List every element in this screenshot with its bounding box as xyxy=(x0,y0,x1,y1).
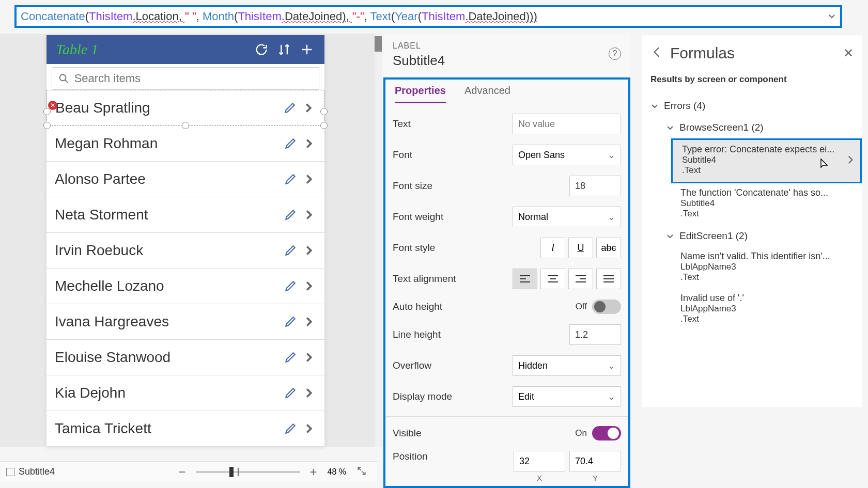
search-icon xyxy=(58,73,69,84)
tab-advanced[interactable]: Advanced xyxy=(464,80,510,103)
edit-icon[interactable] xyxy=(283,172,298,186)
underline-button[interactable]: U xyxy=(568,238,593,258)
add-icon[interactable] xyxy=(299,41,315,58)
prop-fontweight-select[interactable]: Normal⌄ xyxy=(513,207,621,227)
scroll-thumb[interactable] xyxy=(375,36,382,52)
gallery-item[interactable]: Alonso Partee xyxy=(47,162,324,197)
formula-text: Concatenate(ThisItem.Location, " ", Mont… xyxy=(21,10,537,23)
edit-icon[interactable] xyxy=(283,136,298,151)
item-name: Mechelle Lozano xyxy=(55,278,279,294)
prop-lineheight-label: Line height xyxy=(393,329,569,340)
help-icon[interactable]: ? xyxy=(609,48,621,60)
close-icon[interactable]: ✕ xyxy=(843,46,854,60)
chevron-right-icon[interactable] xyxy=(846,155,855,167)
chevron-right-icon[interactable] xyxy=(302,421,316,436)
align-buttons xyxy=(513,269,621,289)
prop-fontweight-label: Font weight xyxy=(393,211,513,223)
chevron-right-icon[interactable] xyxy=(302,279,316,293)
position-x-input[interactable] xyxy=(514,451,565,471)
prop-fontsize-input[interactable] xyxy=(569,176,621,196)
prop-visible-label: Visible xyxy=(393,428,575,439)
refresh-icon[interactable] xyxy=(253,41,270,58)
edit-icon[interactable] xyxy=(283,314,298,329)
prop-lineheight-input[interactable] xyxy=(569,324,621,345)
position-x-label: X xyxy=(514,471,565,482)
zoom-in-button[interactable]: + xyxy=(306,465,321,479)
item-name: Kia Dejohn xyxy=(55,385,279,401)
search-box[interactable] xyxy=(52,67,319,90)
chevron-right-icon[interactable] xyxy=(302,243,316,258)
canvas-scrollbar[interactable] xyxy=(375,34,382,447)
edit-icon[interactable] xyxy=(283,208,298,222)
chevron-right-icon[interactable] xyxy=(302,314,316,329)
fit-screen-icon[interactable] xyxy=(352,465,371,479)
screen-tree-item[interactable]: EditScreen1 (2) xyxy=(650,225,854,247)
gallery-item[interactable]: Beau Spratling✕ xyxy=(47,90,324,126)
zoom-out-button[interactable]: − xyxy=(174,465,190,479)
align-justify-button[interactable] xyxy=(596,269,621,289)
prop-overflow-select[interactable]: Hidden⌄ xyxy=(513,355,621,376)
zoom-slider[interactable] xyxy=(196,471,300,473)
italic-button[interactable]: I xyxy=(540,238,565,258)
selection-handle[interactable] xyxy=(43,108,51,115)
chevron-down-icon xyxy=(650,101,660,111)
zoom-bar: Subtitle4 − + 48 % xyxy=(0,461,377,482)
cursor-icon xyxy=(820,158,829,169)
errors-tree-item[interactable]: Errors (4) xyxy=(650,95,854,117)
strike-button[interactable]: abc xyxy=(596,238,621,258)
item-name: Tamica Trickett xyxy=(55,420,279,437)
item-name: Megan Rohman xyxy=(55,135,279,152)
tab-properties[interactable]: Properties xyxy=(395,80,446,103)
edit-icon[interactable] xyxy=(283,279,298,293)
formula-bar[interactable]: Concatenate(ThisItem.Location, " ", Mont… xyxy=(14,5,842,28)
back-icon[interactable] xyxy=(650,45,664,61)
error-item[interactable]: Invalid use of '.'LblAppName3.Text xyxy=(650,289,854,330)
chevron-right-icon[interactable] xyxy=(302,208,316,222)
edit-icon[interactable] xyxy=(283,350,298,365)
prop-text-input[interactable] xyxy=(513,114,621,134)
align-right-button[interactable] xyxy=(568,269,593,289)
gallery-item[interactable]: Kia Dejohn xyxy=(47,375,324,411)
position-y-input[interactable] xyxy=(569,451,621,471)
gallery-item[interactable]: Elouise Stanwood xyxy=(47,340,324,375)
formula-expand-icon[interactable] xyxy=(828,10,836,23)
edit-icon[interactable] xyxy=(283,421,298,436)
canvas-area: Table 1 Beau Spratling✕Megan RohmanAlons… xyxy=(0,34,377,447)
gallery-item[interactable]: Neta Storment xyxy=(47,197,324,233)
item-name: Alonso Partee xyxy=(55,171,279,187)
gallery-item[interactable]: Tamica Trickett xyxy=(47,411,324,447)
error-item[interactable]: Name isn't valid. This identifier isn'..… xyxy=(650,247,854,289)
align-center-button[interactable] xyxy=(540,269,565,289)
gallery-title: Table 1 xyxy=(56,41,247,58)
gallery-item[interactable]: Megan Rohman xyxy=(47,126,324,162)
gallery-item[interactable]: Ivana Hargreaves xyxy=(47,304,324,340)
chevron-right-icon[interactable] xyxy=(302,172,316,186)
selection-handle[interactable] xyxy=(320,108,328,115)
chevron-right-icon[interactable] xyxy=(301,101,316,115)
visible-toggle[interactable] xyxy=(592,426,621,440)
prop-position-label: Position xyxy=(393,451,514,462)
screen-tree-item[interactable]: BrowseScreen1 (2) xyxy=(650,117,854,138)
svg-point-0 xyxy=(60,74,66,81)
autoheight-toggle[interactable] xyxy=(592,300,621,314)
edit-icon[interactable] xyxy=(283,386,298,400)
visible-state: On xyxy=(575,428,587,438)
chevron-right-icon[interactable] xyxy=(302,386,316,400)
property-tabs: Properties Advanced xyxy=(383,77,630,105)
error-item[interactable]: The function 'Concatenate' has so...Subt… xyxy=(650,183,854,225)
prop-font-select[interactable]: Open Sans⌄ xyxy=(513,145,621,165)
edit-icon[interactable] xyxy=(283,243,298,258)
error-item[interactable]: Type error: Concatenate expects ei...Sub… xyxy=(671,138,862,183)
align-left-button[interactable] xyxy=(513,269,537,289)
gallery-header: Table 1 xyxy=(47,35,324,64)
sort-icon[interactable] xyxy=(276,41,292,58)
edit-icon[interactable] xyxy=(283,101,297,115)
gallery-item[interactable]: Irvin Roebuck xyxy=(47,233,324,269)
gallery-item[interactable]: Mechelle Lozano xyxy=(47,269,324,304)
prop-displaymode-select[interactable]: Edit⌄ xyxy=(513,386,621,407)
chevron-right-icon[interactable] xyxy=(302,136,316,151)
properties-body: Text Font Open Sans⌄ Font size Font weig… xyxy=(383,103,630,488)
results-label: Results by screen or component xyxy=(650,74,854,85)
chevron-right-icon[interactable] xyxy=(302,350,316,365)
search-input[interactable] xyxy=(74,72,313,85)
